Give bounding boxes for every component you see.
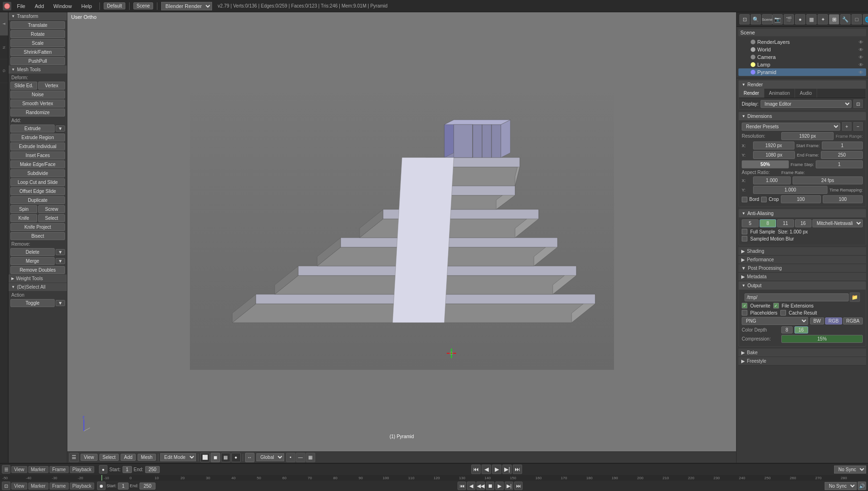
play-fwd[interactable]: ▶	[495, 482, 504, 490]
tl-view-btn[interactable]: View	[11, 466, 27, 473]
vp-menu-icon[interactable]: ☰	[69, 453, 79, 462]
manipulator-icon[interactable]: ↔	[245, 453, 254, 462]
rp-view-icon[interactable]: ⊡	[739, 14, 750, 25]
output-browse-btn[interactable]: 📁	[850, 292, 860, 302]
shading-section[interactable]: ▶ Shading	[738, 247, 866, 256]
outliner-camera[interactable]: Camera 👁	[738, 53, 866, 61]
pct-val[interactable]: 50%	[742, 160, 789, 168]
make-edge-face-btn[interactable]: Make Edge/Face	[10, 160, 65, 168]
menu-add[interactable]: Add	[31, 2, 48, 10]
performance-section[interactable]: ▶ Performance	[738, 256, 866, 264]
subdivide-btn[interactable]: Subdivide	[10, 169, 65, 177]
menu-file[interactable]: File	[13, 2, 29, 10]
aa-11[interactable]: 11	[777, 219, 794, 227]
crop-val1[interactable]: 100	[781, 195, 821, 203]
smb-cb[interactable]	[742, 236, 747, 241]
vp-mesh-btn[interactable]: Mesh	[138, 454, 156, 461]
remove-doubles-btn[interactable]: Remove Doubles	[10, 266, 65, 274]
crop-val2[interactable]: 100	[823, 195, 863, 203]
audio-btn[interactable]: 🔊	[858, 482, 866, 490]
bw-btn[interactable]: BW	[810, 317, 824, 325]
merge-dropdown[interactable]: ▼	[56, 258, 65, 264]
vp-view-btn[interactable]: View	[81, 454, 98, 461]
translate-btn[interactable]: Translate	[10, 21, 65, 29]
outliner-world[interactable]: World 👁	[738, 46, 866, 53]
rgb-btn[interactable]: RGB	[825, 317, 842, 325]
presets-add[interactable]: +	[842, 122, 852, 131]
rp-modifiers-props[interactable]: 🔧	[840, 14, 851, 25]
res-x-input[interactable]: 1920 px	[753, 141, 794, 150]
display-dropdown[interactable]: Image Editor	[761, 100, 852, 108]
loop-cut-btn[interactable]: Loop Cut and Slide	[10, 178, 65, 186]
offset-edge-btn[interactable]: Offset Edge Slide	[10, 187, 65, 195]
shrink-btn[interactable]: Shrink/Fatten	[10, 48, 65, 56]
smooth-vertex-btn[interactable]: Smooth Vertex	[10, 100, 65, 108]
transform-section[interactable]: ▼ Transform	[8, 12, 67, 21]
compression-val[interactable]: 15%	[781, 335, 863, 343]
edit-mode-select[interactable]: Edit Mode	[160, 453, 196, 461]
tl-keying-icon[interactable]: ●	[99, 465, 107, 474]
rp-render-props[interactable]: 🎬	[784, 14, 794, 25]
tab-render[interactable]: Render	[739, 89, 764, 98]
skip-start-btn[interactable]: ⏮	[471, 465, 481, 474]
tl-marker-btn2[interactable]: Marker	[28, 483, 49, 490]
res-y-input[interactable]: 1080 px	[753, 151, 795, 159]
outliner-pyramid[interactable]: Pyramid 👁	[738, 68, 866, 76]
tl-playback-btn[interactable]: Playback	[70, 466, 95, 473]
crop-cb[interactable]	[761, 197, 767, 202]
res-x-val[interactable]: 1920 px	[781, 132, 834, 140]
prev-frame-btn[interactable]: ◀	[482, 465, 491, 474]
rp-search-icon[interactable]: 🔍	[751, 14, 761, 25]
ay-val[interactable]: 1.000	[753, 186, 827, 194]
wireframe-icon[interactable]: ⬜	[200, 453, 210, 462]
tl-frame-btn2[interactable]: Frame	[49, 483, 69, 490]
play-next[interactable]: ▶|	[505, 482, 513, 490]
file-ext-cb[interactable]	[773, 303, 779, 308]
bake-section[interactable]: ▶ Bake	[738, 349, 866, 357]
tl-view-btn2[interactable]: View	[11, 483, 27, 490]
weight-tools-section[interactable]: ▶ Weight Tools	[8, 275, 67, 283]
toggle-btn[interactable]: Toggle	[10, 299, 55, 307]
sync-select[interactable]: No Sync	[834, 466, 866, 474]
metadata-section[interactable]: ▶ Metadata	[738, 273, 866, 281]
start-frame-val[interactable]: 1	[822, 141, 863, 150]
rp-object-props[interactable]: □	[852, 14, 862, 25]
outliner-lamp[interactable]: Lamp 👁	[738, 61, 866, 68]
full-sample-cb[interactable]	[742, 229, 747, 234]
spin-btn[interactable]: Spin	[10, 205, 37, 213]
extrude-btn[interactable]: Extrude	[10, 125, 55, 133]
end-v2[interactable]: 250	[139, 483, 156, 490]
overwrite-cb[interactable]	[742, 303, 747, 308]
pushpull-btn[interactable]: PushPull	[10, 57, 65, 65]
vertex-select-icon[interactable]: •	[286, 453, 295, 462]
play-jump-start[interactable]: ⏮	[458, 482, 466, 490]
texture-icon[interactable]: ▦	[221, 453, 230, 462]
select-btn[interactable]: Select	[38, 214, 65, 222]
knife-btn[interactable]: Knife	[10, 214, 37, 222]
aa-header[interactable]: ▼ Anti-Aliasing	[739, 209, 866, 217]
rp-particles-props[interactable]: ✦	[818, 14, 828, 25]
render-icon[interactable]: ●	[231, 453, 241, 462]
outliner-renderlayers[interactable]: RenderLayers 👁	[738, 38, 866, 46]
extrude-region-btn[interactable]: Extrude Region	[10, 133, 65, 141]
edge-tab-options[interactable]: N	[0, 36, 8, 59]
screw-btn[interactable]: Screw	[38, 205, 65, 213]
mesh-tools-section[interactable]: ▼ Mesh Tools	[8, 66, 67, 74]
randomize-btn[interactable]: Randomize	[10, 108, 65, 117]
cd-16-btn[interactable]: 16	[794, 326, 808, 333]
play-prev[interactable]: ◀	[467, 482, 475, 490]
post-processing-section[interactable]: ▼ Post Processing	[738, 264, 866, 273]
render-presets-dropdown[interactable]: Render Presets	[742, 123, 840, 131]
rp-scene-icon[interactable]: Scene	[762, 14, 772, 25]
sync-select2[interactable]: No Sync	[825, 482, 857, 490]
menu-window[interactable]: Window	[49, 2, 75, 10]
deselect-section[interactable]: ▼ (De)Select All	[8, 283, 67, 291]
play-jump-end[interactable]: ⏭	[514, 482, 523, 490]
extrude-dropdown[interactable]: ▼	[56, 125, 65, 132]
end-frame-val[interactable]: 250	[821, 151, 863, 159]
tl-frame-btn[interactable]: Frame	[49, 466, 69, 473]
slide-ed-btn[interactable]: Slide Ed.	[10, 82, 37, 90]
next-frame-btn[interactable]: ▶|	[502, 465, 512, 474]
bisect-btn[interactable]: Bisect	[10, 232, 65, 240]
tab-animation[interactable]: Animation	[764, 89, 795, 98]
